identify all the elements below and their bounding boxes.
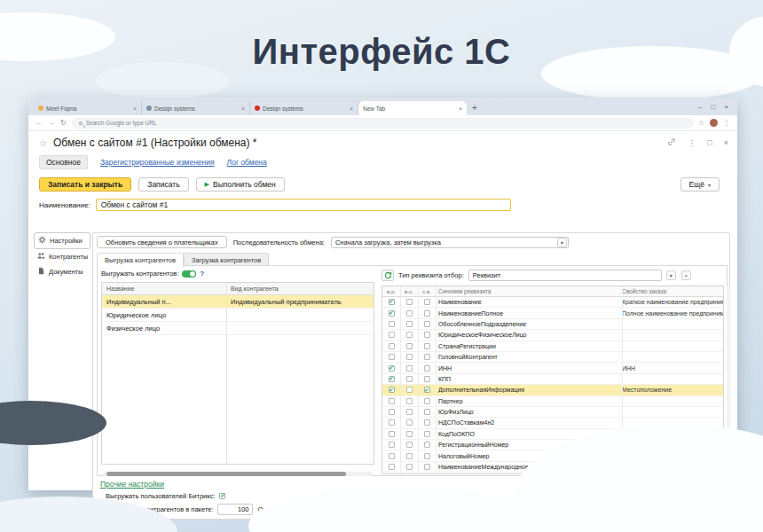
table-row[interactable]: ✔✔ДополнительнаяИнформацияМестоположение (382, 385, 723, 395)
run-exchange-button[interactable]: ▶ Выполнить обмен (196, 177, 285, 192)
table-row[interactable]: ✔НаименованиеКраткое наименование предпр… (382, 297, 723, 308)
address-bar[interactable]: Search Google or type URL (72, 118, 693, 129)
column-header[interactable]: в.р. (382, 289, 400, 294)
tab-exchange-log[interactable]: Лог обмена (227, 158, 267, 167)
table-row[interactable]: Партнер (382, 396, 723, 407)
new-tab-button[interactable]: + (472, 103, 477, 113)
attribute-checkbox[interactable]: ✔ (424, 387, 430, 393)
chevron-down-icon[interactable]: ▾ (666, 270, 676, 280)
attribute-checkbox[interactable]: ✔ (389, 310, 395, 317)
column-header[interactable]: Название (102, 286, 226, 292)
attribute-checkbox[interactable] (424, 354, 430, 360)
attribute-checkbox[interactable] (406, 398, 413, 404)
batch-size-input[interactable]: 100 (217, 504, 253, 515)
table-row[interactable]: Индивидуальный п...Индивидуальный предпр… (102, 295, 374, 309)
attribute-checkbox[interactable] (424, 419, 430, 426)
table-row[interactable]: Юридическое лицо (102, 309, 374, 322)
help-icon[interactable]: ? (200, 270, 204, 278)
column-header[interactable]: в.о. (400, 289, 418, 294)
attribute-checkbox[interactable]: ✔ (389, 376, 395, 382)
column-header[interactable]: Вид контрагента (226, 286, 374, 292)
tab-close-icon[interactable]: × (459, 106, 462, 112)
maximize-icon[interactable]: □ (711, 103, 715, 111)
attribute-checkbox[interactable] (424, 398, 430, 404)
name-input[interactable]: Обмен с сайтом #1 (96, 199, 511, 211)
tab-main[interactable]: Основное (39, 155, 88, 169)
attribute-checkbox[interactable] (424, 343, 430, 349)
attribute-checkbox[interactable]: ✔ (389, 299, 395, 305)
attribute-checkbox[interactable] (389, 343, 395, 349)
sidebar-item-документы[interactable]: Документы (34, 264, 90, 279)
export-toggle[interactable] (182, 270, 196, 278)
attribute-checkbox[interactable] (424, 299, 430, 305)
attribute-checkbox[interactable] (406, 376, 413, 382)
table-row[interactable]: ✔НаименованиеПолноеПолное наименование п… (382, 308, 723, 318)
refresh-button[interactable] (382, 270, 394, 281)
bookmark-star-icon[interactable]: ☆ (698, 119, 704, 127)
reload-icon[interactable]: ↻ (60, 119, 67, 127)
sidebar-item-настройки[interactable]: Настройки (34, 232, 90, 249)
browser-tab[interactable]: Design systems× (250, 101, 358, 115)
attribute-checkbox[interactable] (389, 464, 395, 470)
attribute-checkbox[interactable]: ✔ (389, 365, 395, 372)
attribute-checkbox[interactable] (389, 321, 395, 327)
bitrix-users-checkbox[interactable]: ✔ (219, 493, 225, 499)
attribute-checkbox[interactable] (389, 419, 395, 426)
attribute-checkbox[interactable] (406, 299, 413, 305)
favorite-star-icon[interactable]: ☆ (39, 138, 47, 148)
column-header[interactable]: Синоним реквизита (436, 288, 622, 294)
attribute-checkbox[interactable] (424, 453, 430, 459)
attribute-checkbox[interactable] (406, 332, 413, 338)
attribute-checkbox[interactable] (424, 310, 430, 317)
attribute-checkbox[interactable] (424, 442, 430, 448)
sequence-select[interactable]: Сначала загрузка, затем выгрузка ▾ (331, 237, 569, 248)
save-button[interactable]: Записать (138, 177, 188, 192)
update-payers-button[interactable]: Обновить сведения о плательщиках (97, 236, 227, 248)
more-button[interactable]: Ещё ▾ (680, 177, 720, 192)
table-row[interactable]: СтранаРегистрации (382, 341, 723, 352)
browser-menu-icon[interactable]: ⋮ (723, 119, 730, 127)
attribute-checkbox[interactable] (406, 387, 413, 393)
browser-tab[interactable]: Design systems× (142, 101, 250, 115)
link-icon[interactable] (667, 137, 676, 148)
attribute-checkbox[interactable] (424, 332, 430, 338)
form-menu-icon[interactable]: ⋮ (688, 138, 696, 147)
browser-tab[interactable]: New Tab× (358, 101, 467, 115)
attribute-checkbox[interactable] (389, 409, 395, 415)
attribute-checkbox[interactable] (424, 431, 430, 437)
attribute-checkbox[interactable] (389, 398, 395, 404)
tab-export-counterparties[interactable]: Выгрузка контрагентов (97, 253, 184, 267)
browser-tab[interactable]: Meet Figma× (34, 101, 142, 115)
attribute-checkbox[interactable] (406, 453, 413, 459)
table-row[interactable]: Физическое лицо (102, 322, 374, 335)
close-icon[interactable]: × (724, 103, 728, 111)
profile-avatar[interactable] (710, 119, 718, 127)
form-maximize-icon[interactable]: □ (707, 138, 712, 147)
attribute-checkbox[interactable] (406, 442, 413, 448)
chevron-down-icon[interactable]: ▾ (557, 238, 567, 247)
attribute-checkbox[interactable] (389, 431, 395, 437)
attribute-checkbox[interactable] (424, 409, 430, 415)
attribute-checkbox[interactable] (389, 442, 395, 448)
attribute-checkbox[interactable] (406, 365, 413, 372)
attribute-checkbox[interactable] (406, 409, 413, 415)
column-header[interactable]: с.в. (418, 289, 436, 294)
table-row[interactable]: ЮридическоеФизическоеЛицо (382, 330, 723, 340)
attribute-checkbox[interactable] (389, 453, 395, 459)
clear-icon[interactable]: × (681, 270, 691, 280)
attribute-checkbox[interactable] (406, 343, 413, 349)
attribute-filter-input[interactable]: Реквизит (468, 270, 662, 281)
tab-close-icon[interactable]: × (241, 106, 245, 112)
table-row[interactable]: ✔КПП (382, 374, 723, 385)
form-close-icon[interactable]: × (724, 138, 728, 147)
sidebar-item-контрагенты[interactable]: Контрагенты (34, 249, 90, 264)
attribute-checkbox[interactable] (424, 464, 430, 470)
table-row[interactable]: ЮрФизЛицо (382, 407, 723, 418)
attribute-checkbox[interactable] (424, 365, 430, 372)
attribute-checkbox[interactable] (406, 464, 413, 470)
attribute-checkbox[interactable] (424, 321, 430, 327)
back-icon[interactable]: ← (35, 119, 43, 127)
forward-icon[interactable]: → (48, 119, 55, 127)
attribute-checkbox[interactable] (406, 321, 413, 327)
attribute-checkbox[interactable]: ✔ (389, 387, 395, 393)
